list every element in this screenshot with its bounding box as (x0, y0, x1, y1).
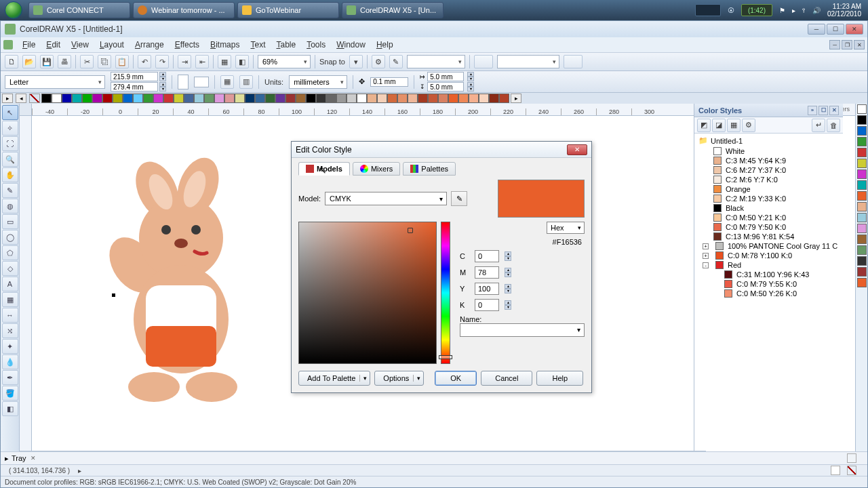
palette-swatch[interactable] (857, 169, 867, 179)
palette-swatch[interactable] (296, 94, 306, 103)
palette-swatch[interactable] (357, 94, 367, 103)
ok-button[interactable]: OK (435, 371, 477, 386)
palette-swatch[interactable] (265, 94, 275, 103)
hue-marker[interactable] (439, 355, 452, 359)
signal-indicator[interactable] (695, 4, 721, 16)
task-firefox[interactable]: Webinar tomorrow - ... (133, 2, 235, 18)
task-coreldraw[interactable]: CorelDRAW X5 - [Un... (342, 2, 443, 18)
palette-swatch[interactable] (143, 94, 153, 103)
hue-slider[interactable] (441, 222, 450, 364)
palette-swatch[interactable] (113, 94, 123, 103)
width-down[interactable]: ▾ (159, 77, 166, 81)
palette-swatch[interactable] (438, 94, 448, 103)
menu-text[interactable]: Text (245, 39, 271, 51)
palette-swatch[interactable] (92, 94, 102, 103)
fill-tool[interactable]: 🪣 (2, 386, 18, 401)
tree-expand-icon[interactable]: + (703, 243, 709, 249)
export-button[interactable]: ⇤ (195, 55, 209, 68)
c-input[interactable]: 0 (475, 250, 499, 262)
table-tool[interactable]: ▦ (2, 292, 18, 307)
flag-icon[interactable]: ⚑ (779, 7, 785, 14)
cut-button[interactable]: ✂ (80, 55, 94, 68)
import-button[interactable]: ⇥ (178, 55, 191, 68)
dup-y-input[interactable]: 5.0 mm (427, 82, 464, 92)
fill-combo[interactable] (497, 55, 559, 68)
palette-swatch[interactable] (245, 94, 255, 103)
palette-swatch[interactable] (82, 94, 92, 103)
outline-indicator[interactable] (564, 55, 583, 68)
palette-swatch[interactable] (857, 278, 867, 287)
landscape-button[interactable] (194, 77, 209, 87)
width-up[interactable]: ▴ (159, 72, 166, 77)
clock[interactable]: 11:23 AM02/12/2010 (827, 3, 861, 18)
palette-swatch[interactable] (428, 94, 438, 103)
tray-handle-icon[interactable]: ▸ (5, 454, 9, 463)
palette-swatch[interactable] (133, 94, 143, 103)
zoom-tool[interactable]: 🔍 (2, 152, 18, 167)
portrait-button[interactable] (178, 75, 189, 89)
minimize-button[interactable]: ─ (808, 24, 825, 35)
palette-swatch[interactable] (857, 267, 867, 277)
color-style-item[interactable]: White (694, 146, 843, 156)
palette-swatch[interactable] (448, 94, 458, 103)
tray-label[interactable]: Tray (12, 454, 26, 462)
color-style-item[interactable]: C:2 M:19 Y:33 K:0 (694, 194, 843, 203)
palette-swatch[interactable] (857, 148, 867, 157)
apply-style-button[interactable]: ↵ (812, 119, 825, 132)
color-style-item[interactable]: C:31 M:100 Y:96 K:43 (694, 270, 843, 279)
cancel-button[interactable]: Cancel (481, 371, 532, 386)
task-corel-connect[interactable]: Corel CONNECT (28, 2, 130, 18)
crop-tool[interactable]: ⛶ (2, 136, 18, 151)
palette-swatch[interactable] (857, 191, 867, 201)
dialog-titlebar[interactable]: Edit Color Style ✕ (292, 142, 591, 158)
palette-swatch[interactable] (285, 94, 296, 103)
palette-swatch[interactable] (857, 115, 867, 125)
page-height-input[interactable]: 279.4 mm (111, 82, 158, 92)
paste-button[interactable]: 📋 (115, 55, 129, 68)
tree-expand-icon[interactable]: + (703, 253, 709, 259)
y-input[interactable]: 100 (475, 283, 499, 295)
outline-tool[interactable]: ✒ (2, 370, 18, 385)
save-button[interactable]: 💾 (40, 55, 54, 68)
color-style-item[interactable]: C:3 M:45 Y:64 K:9 (694, 156, 843, 165)
height-up[interactable]: ▴ (159, 82, 166, 87)
units-combo[interactable]: millimeters (289, 75, 347, 89)
network-icon[interactable]: ⫯ (802, 7, 806, 14)
palette-none-swatch[interactable] (29, 94, 40, 103)
palette-swatch[interactable] (316, 94, 326, 103)
timer-indicator[interactable]: (1:42) (741, 4, 772, 16)
palette-swatch[interactable] (857, 213, 867, 222)
paper-combo[interactable]: Letter (5, 75, 105, 89)
tab-models[interactable]: Models (298, 162, 350, 176)
panel-close-button[interactable]: ✕ (829, 106, 839, 115)
start-button[interactable] (0, 0, 27, 20)
palette-swatch[interactable] (408, 94, 418, 103)
palette-swatch[interactable] (306, 94, 316, 103)
name-combo[interactable] (460, 323, 585, 337)
color-style-item[interactable]: Orange (694, 184, 843, 194)
palette-swatch[interactable] (857, 235, 867, 244)
panel-options-button[interactable]: » (808, 106, 817, 115)
tree-root[interactable]: 📁 Untitled-1 (694, 135, 843, 146)
eyedropper-tool[interactable]: 💧 (2, 354, 18, 369)
palette-swatch[interactable] (194, 94, 204, 103)
color-style-item[interactable]: C:0 M:79 Y:50 K:0 (694, 222, 843, 232)
sv-marker[interactable] (408, 228, 413, 233)
panel-dock-button[interactable]: ☐ (818, 106, 828, 115)
palette-swatch[interactable] (857, 224, 867, 233)
palette-swatch[interactable] (275, 94, 285, 103)
tree-expand-icon[interactable]: - (703, 262, 709, 268)
palette-swatch[interactable] (72, 94, 82, 103)
fill-status-icon[interactable] (831, 466, 840, 475)
palette-swatch[interactable] (387, 94, 397, 103)
palette-swatch[interactable] (184, 94, 194, 103)
options2-button[interactable]: ✎ (389, 55, 403, 68)
welcome-button[interactable]: ◧ (235, 55, 249, 68)
ruler-origin[interactable] (20, 104, 32, 116)
palette-swatch[interactable] (174, 94, 184, 103)
new-child-color-button[interactable]: ◪ (712, 119, 726, 132)
palette-swatch[interactable] (163, 94, 174, 103)
m-input[interactable]: 78 (475, 266, 499, 279)
palette-swatch[interactable] (857, 104, 867, 114)
text-tool[interactable]: A (2, 277, 18, 291)
